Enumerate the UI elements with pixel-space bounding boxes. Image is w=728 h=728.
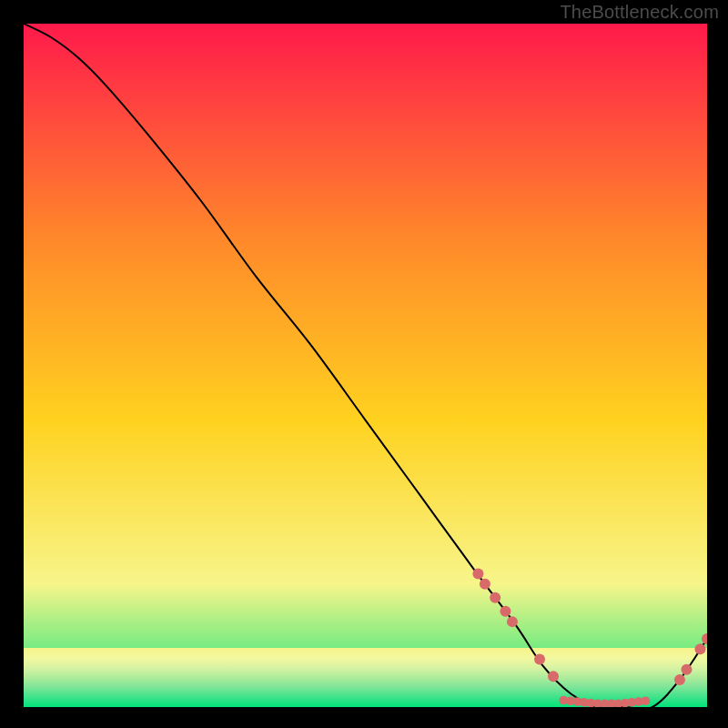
curve-marker bbox=[480, 579, 490, 590]
curve-marker bbox=[472, 569, 483, 580]
chart-svg bbox=[24, 24, 707, 707]
curve-marker bbox=[694, 643, 705, 654]
curve-marker bbox=[534, 653, 545, 664]
curve-marker bbox=[674, 674, 685, 685]
chart-frame: TheBottleneck.com bbox=[0, 0, 728, 728]
curve-marker bbox=[490, 592, 500, 603]
curve-marker bbox=[507, 616, 518, 627]
curve-marker bbox=[548, 671, 559, 682]
curve-marker bbox=[642, 696, 651, 705]
gradient-bottom-band bbox=[24, 648, 707, 707]
chart-plot bbox=[24, 24, 707, 707]
attribution-text: TheBottleneck.com bbox=[560, 2, 719, 23]
curve-marker bbox=[500, 606, 511, 617]
gradient-background bbox=[24, 24, 707, 707]
curve-marker bbox=[681, 664, 692, 675]
